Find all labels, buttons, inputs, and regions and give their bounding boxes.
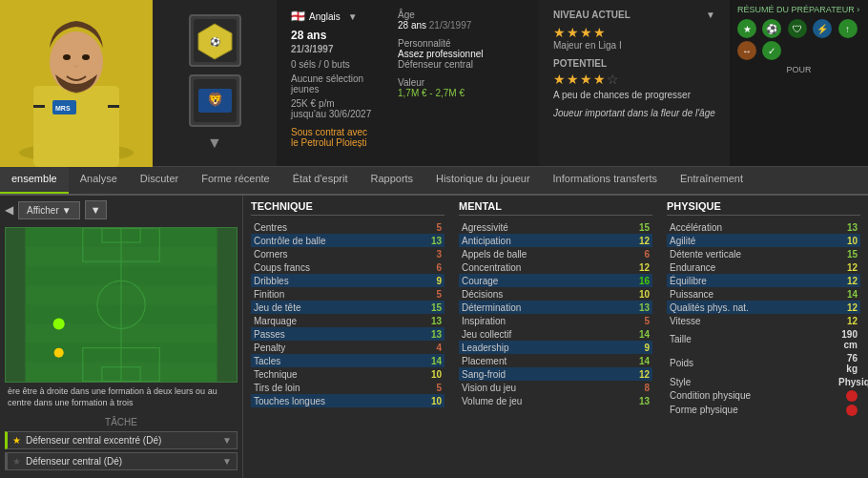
attr-poids: Poids 76 kg xyxy=(667,351,860,375)
attr-decisions: Décisions 10 xyxy=(459,287,652,301)
attr-controle: Contrôle de balle 13 xyxy=(251,234,444,247)
left-sidebar: ◀ Afficher ▼ ▼ xyxy=(0,196,243,478)
player-stats: 0 séls / 0 buts xyxy=(291,59,372,70)
svg-text:MRS: MRS xyxy=(55,105,71,112)
tab-ensemble[interactable]: ensemble xyxy=(0,165,69,194)
attr-agilite: Agilité 10 xyxy=(667,234,860,247)
attr-finition: Finition 5 xyxy=(251,287,444,301)
tab-transferts[interactable]: Informations transferts xyxy=(542,165,669,194)
flower-text: Joueur important dans la fleur de l'âge xyxy=(553,108,715,118)
description-text: ère être à droite dans une formation à d… xyxy=(5,383,238,412)
condition-indicator xyxy=(846,390,858,402)
age-value: 28 ans xyxy=(291,29,326,42)
personality-value: Assez professionnel xyxy=(398,49,527,59)
dropdown-extra[interactable]: ▼ xyxy=(85,200,107,219)
task-item-2[interactable]: ★ Défenseur central (Dé) ▼ xyxy=(5,452,238,470)
expand-arrow[interactable]: ▼ xyxy=(207,135,222,152)
attr-columns: TECHNIQUE Centres 5 Contrôle de balle 13… xyxy=(251,200,860,473)
player-photo: MRS xyxy=(0,0,153,167)
tab-rapports[interactable]: Rapports xyxy=(359,165,424,194)
attr-acceleration: Accélération 13 xyxy=(667,220,860,234)
attr-forme: Forme physique xyxy=(667,403,860,417)
attr-volume: Volume de jeu 13 xyxy=(459,394,652,407)
resume-icons: ★ ⚽ 🛡 ⚡ ↑ ↔ ✓ xyxy=(737,19,860,60)
top-section: MRS ⚽ xyxy=(0,0,868,167)
tab-entrainement[interactable]: Entraînement xyxy=(669,165,754,194)
niveau-stars: ★★★★ xyxy=(553,25,715,40)
resume-icon-2: ⚽ xyxy=(762,19,781,38)
resume-icon-5: ↑ xyxy=(838,19,858,38)
technique-column: TECHNIQUE Centres 5 Contrôle de balle 13… xyxy=(251,200,444,473)
potentiel-section: POTENTIEL ★★★★☆ A peu de chances de prog… xyxy=(553,58,715,118)
attr-appels: Appels de balle 6 xyxy=(459,247,652,260)
attr-dribbles: Dribbles 9 xyxy=(251,274,444,287)
attr-condition: Condition physique xyxy=(667,388,860,403)
attr-determination: Détermination 13 xyxy=(459,301,652,314)
svg-rect-9 xyxy=(108,105,119,108)
tab-analyse[interactable]: Analyse xyxy=(69,165,129,194)
tab-discuter[interactable]: Discuter xyxy=(129,165,190,194)
mental-title: MENTAL xyxy=(459,200,652,216)
player-value: 1,7M € - 2,7M € xyxy=(398,88,527,98)
player-info: 🏴󠁧󠁢󠁥󠁮󠁧󠁿 Anglais ▼ 28 ans 21/3/1997 0 sél… xyxy=(277,0,386,166)
attr-puissance: Puissance 14 xyxy=(667,287,860,301)
task-chevron-2: ▼ xyxy=(222,456,232,467)
task-star-2: ★ xyxy=(12,456,21,467)
attr-centres: Centres 5 xyxy=(251,220,444,234)
tab-forme[interactable]: Forme récente xyxy=(190,165,281,194)
attr-sang-froid: Sang-froid 12 xyxy=(459,367,652,381)
svg-rect-8 xyxy=(33,105,45,108)
attr-agressivite: Agressivité 15 xyxy=(459,220,652,234)
pour-label: POUR xyxy=(737,65,860,74)
club-badge-1[interactable]: ⚽ xyxy=(189,14,241,67)
svg-text:⚽: ⚽ xyxy=(209,36,220,48)
resume-icon-6: ↔ xyxy=(737,41,756,60)
field-svg xyxy=(6,228,237,382)
attr-style: Style Physique xyxy=(667,375,860,388)
left-arrow[interactable]: ◀ xyxy=(5,203,13,217)
resume-icon-4: ⚡ xyxy=(813,19,832,38)
attr-tacles: Tacles 14 xyxy=(251,354,444,367)
attr-marquage: Marquage 13 xyxy=(251,314,444,327)
personality-value-block: Âge 28 ans 21/3/1997 Personnalité Assez … xyxy=(386,0,539,166)
expand-icon[interactable]: ▼ xyxy=(348,11,358,22)
tab-historique[interactable]: Historique du joueur xyxy=(424,165,541,194)
potentiel-desc: A peu de chances de progresser xyxy=(553,90,715,100)
attr-jeu-collectif: Jeu collectif 14 xyxy=(459,327,652,341)
resume-title[interactable]: RÉSUMÉ DU PRÉPARATEUR › xyxy=(737,5,860,14)
potentiel-stars: ★★★★☆ xyxy=(553,72,715,87)
svg-rect-2 xyxy=(33,86,119,167)
display-button[interactable]: Afficher ▼ xyxy=(18,201,80,219)
attr-tirs-loin: Tirs de loin 5 xyxy=(251,381,444,394)
forme-indicator xyxy=(846,405,858,416)
attr-technique: Technique 10 xyxy=(251,367,444,381)
task-star-1: ★ xyxy=(12,435,21,446)
task-label-1: Défenseur central excentré (Dé) xyxy=(26,435,217,446)
attr-anticipation: Anticipation 12 xyxy=(459,234,652,247)
contract-value: 25K € p/m jusqu'au 30/6/2027 xyxy=(291,98,372,119)
niveau-arrow[interactable]: ▼ xyxy=(706,10,715,20)
attr-touches-longues: Touches longues 10 xyxy=(251,394,444,407)
birthdate: 21/3/1997 xyxy=(291,44,334,54)
attr-qualites: Qualités phys. nat. 12 xyxy=(667,301,860,314)
attr-corners: Corners 3 xyxy=(251,247,444,260)
attr-inspiration: Inspiration 5 xyxy=(459,314,652,327)
main-content: ◀ Afficher ▼ ▼ xyxy=(0,196,868,478)
attr-equilibre: Équilibre 12 xyxy=(667,274,860,287)
club-logos: ⚽ 🦁 ▼ xyxy=(153,0,277,166)
technique-title: TECHNIQUE xyxy=(251,200,444,216)
svg-point-7 xyxy=(82,54,90,60)
task-title: TÂCHE xyxy=(5,417,238,427)
task-item-1[interactable]: ★ Défenseur central excentré (Dé) ▼ xyxy=(5,431,238,449)
attr-leadership: Leadership 9 xyxy=(459,341,652,354)
attr-placement: Placement 14 xyxy=(459,354,652,367)
tab-esprit[interactable]: État d'esprit xyxy=(281,165,360,194)
club-badge-2[interactable]: 🦁 xyxy=(189,74,241,127)
attr-concentration: Concentration 12 xyxy=(459,260,652,274)
task-chevron-1: ▼ xyxy=(222,435,232,446)
niveau-section: NIVEAU ACTUEL ▼ ★★★★ Majeur en Liga I PO… xyxy=(539,0,730,166)
svg-point-5 xyxy=(50,31,103,93)
attr-passes: Passes 13 xyxy=(251,327,444,341)
svg-point-28 xyxy=(54,348,64,358)
nav-tabs: ensemble Analyse Discuter Forme récente … xyxy=(0,167,868,196)
